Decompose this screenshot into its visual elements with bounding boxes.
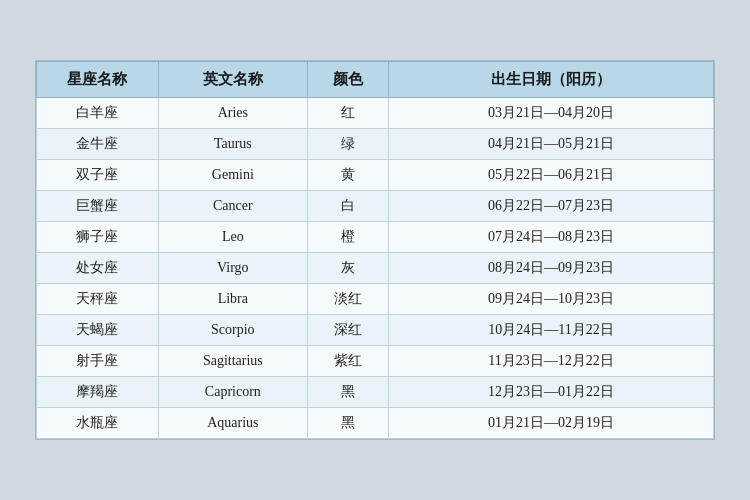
zodiac-table: 星座名称 英文名称 颜色 出生日期（阳历） 白羊座Aries红03月21日—04… — [36, 61, 714, 439]
cell-color: 淡红 — [307, 284, 388, 315]
cell-cn: 处女座 — [37, 253, 159, 284]
cell-en: Cancer — [158, 191, 307, 222]
table-row: 处女座Virgo灰08月24日—09月23日 — [37, 253, 714, 284]
cell-en: Scorpio — [158, 315, 307, 346]
table-header-row: 星座名称 英文名称 颜色 出生日期（阳历） — [37, 62, 714, 98]
cell-en: Leo — [158, 222, 307, 253]
cell-cn: 天秤座 — [37, 284, 159, 315]
cell-cn: 白羊座 — [37, 98, 159, 129]
cell-date: 10月24日—11月22日 — [389, 315, 714, 346]
cell-en: Aries — [158, 98, 307, 129]
header-en: 英文名称 — [158, 62, 307, 98]
cell-en: Virgo — [158, 253, 307, 284]
table-row: 白羊座Aries红03月21日—04月20日 — [37, 98, 714, 129]
header-cn: 星座名称 — [37, 62, 159, 98]
cell-color: 橙 — [307, 222, 388, 253]
cell-cn: 射手座 — [37, 346, 159, 377]
cell-color: 灰 — [307, 253, 388, 284]
cell-cn: 摩羯座 — [37, 377, 159, 408]
cell-en: Aquarius — [158, 408, 307, 439]
cell-date: 11月23日—12月22日 — [389, 346, 714, 377]
table-row: 金牛座Taurus绿04月21日—05月21日 — [37, 129, 714, 160]
table-row: 双子座Gemini黄05月22日—06月21日 — [37, 160, 714, 191]
cell-en: Taurus — [158, 129, 307, 160]
zodiac-table-container: 星座名称 英文名称 颜色 出生日期（阳历） 白羊座Aries红03月21日—04… — [35, 60, 715, 440]
cell-cn: 双子座 — [37, 160, 159, 191]
cell-en: Gemini — [158, 160, 307, 191]
cell-cn: 巨蟹座 — [37, 191, 159, 222]
cell-date: 05月22日—06月21日 — [389, 160, 714, 191]
cell-date: 09月24日—10月23日 — [389, 284, 714, 315]
header-color: 颜色 — [307, 62, 388, 98]
cell-en: Sagittarius — [158, 346, 307, 377]
cell-date: 01月21日—02月19日 — [389, 408, 714, 439]
cell-date: 07月24日—08月23日 — [389, 222, 714, 253]
cell-color: 红 — [307, 98, 388, 129]
table-row: 天蝎座Scorpio深红10月24日—11月22日 — [37, 315, 714, 346]
cell-cn: 水瓶座 — [37, 408, 159, 439]
cell-en: Capricorn — [158, 377, 307, 408]
cell-date: 06月22日—07月23日 — [389, 191, 714, 222]
cell-date: 04月21日—05月21日 — [389, 129, 714, 160]
cell-color: 黑 — [307, 377, 388, 408]
cell-date: 12月23日—01月22日 — [389, 377, 714, 408]
cell-en: Libra — [158, 284, 307, 315]
table-row: 巨蟹座Cancer白06月22日—07月23日 — [37, 191, 714, 222]
cell-date: 08月24日—09月23日 — [389, 253, 714, 284]
cell-cn: 金牛座 — [37, 129, 159, 160]
cell-cn: 狮子座 — [37, 222, 159, 253]
cell-color: 深红 — [307, 315, 388, 346]
cell-color: 白 — [307, 191, 388, 222]
cell-color: 绿 — [307, 129, 388, 160]
table-row: 天秤座Libra淡红09月24日—10月23日 — [37, 284, 714, 315]
cell-color: 黄 — [307, 160, 388, 191]
header-date: 出生日期（阳历） — [389, 62, 714, 98]
table-row: 狮子座Leo橙07月24日—08月23日 — [37, 222, 714, 253]
cell-cn: 天蝎座 — [37, 315, 159, 346]
table-row: 射手座Sagittarius紫红11月23日—12月22日 — [37, 346, 714, 377]
cell-color: 黑 — [307, 408, 388, 439]
cell-color: 紫红 — [307, 346, 388, 377]
cell-date: 03月21日—04月20日 — [389, 98, 714, 129]
table-row: 水瓶座Aquarius黑01月21日—02月19日 — [37, 408, 714, 439]
table-row: 摩羯座Capricorn黑12月23日—01月22日 — [37, 377, 714, 408]
